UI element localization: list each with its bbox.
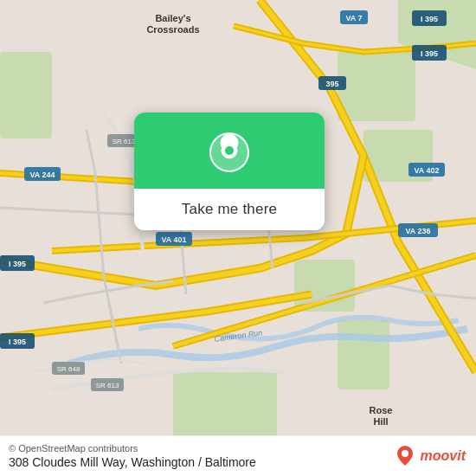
- moovit-text: moovit: [421, 448, 466, 464]
- svg-text:I 395: I 395: [421, 49, 438, 58]
- moovit-pin-icon: [393, 444, 417, 468]
- svg-rect-6: [338, 320, 389, 389]
- svg-text:Hill: Hill: [373, 416, 388, 427]
- svg-text:SR 613: SR 613: [113, 138, 136, 145]
- bottom-info: © OpenStreetMap contributors 308 Cloudes…: [9, 443, 256, 469]
- map-container: Bailey's Crossroads I 395 I 395 I 395 I …: [0, 0, 476, 476]
- osm-credit: © OpenStreetMap contributors: [9, 443, 256, 453]
- svg-text:VA 402: VA 402: [414, 166, 439, 175]
- location-pin-icon: [209, 132, 250, 173]
- svg-text:Rose: Rose: [370, 405, 393, 415]
- svg-point-43: [402, 450, 408, 457]
- svg-text:VA 236: VA 236: [405, 227, 430, 235]
- location-card: Take me there: [134, 113, 325, 230]
- take-me-there-button[interactable]: Take me there: [134, 189, 325, 230]
- svg-rect-3: [0, 52, 52, 138]
- svg-text:SR 613: SR 613: [96, 382, 119, 389]
- svg-text:I 395: I 395: [9, 260, 26, 268]
- svg-text:I 395: I 395: [9, 338, 26, 346]
- svg-text:SR 648: SR 648: [57, 365, 80, 373]
- svg-text:Bailey's: Bailey's: [155, 13, 190, 23]
- svg-text:395: 395: [325, 80, 338, 88]
- svg-text:Crossroads: Crossroads: [146, 24, 199, 35]
- bottom-bar: © OpenStreetMap contributors 308 Cloudes…: [0, 435, 476, 476]
- moovit-logo: moovit: [393, 444, 466, 468]
- svg-text:VA 244: VA 244: [29, 170, 55, 179]
- map-background: Bailey's Crossroads I 395 I 395 I 395 I …: [0, 0, 476, 476]
- svg-point-42: [225, 146, 234, 155]
- card-green-section: [134, 113, 325, 189]
- svg-rect-7: [173, 372, 277, 441]
- svg-text:VA 7: VA 7: [345, 14, 362, 23]
- svg-text:VA 401: VA 401: [161, 235, 186, 244]
- address-text: 308 Cloudes Mill Way, Washington / Balti…: [9, 455, 256, 469]
- svg-text:I 395: I 395: [421, 15, 438, 23]
- svg-rect-1: [338, 52, 415, 121]
